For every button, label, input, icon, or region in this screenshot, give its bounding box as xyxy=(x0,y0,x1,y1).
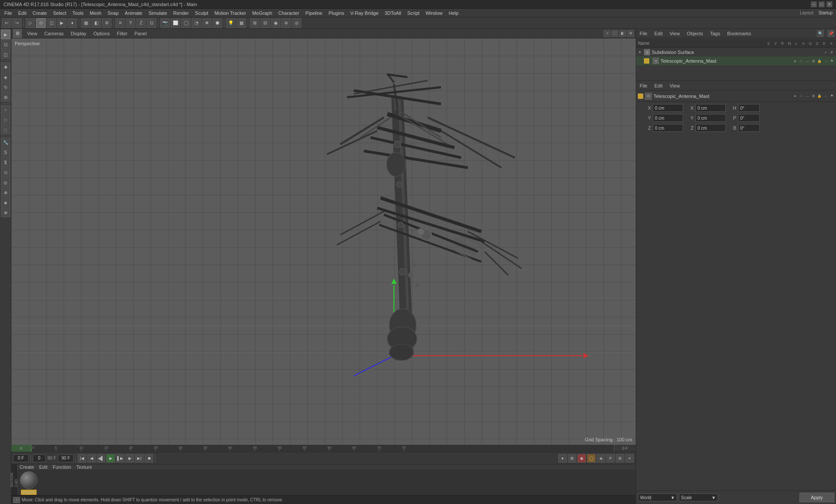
y-size-input[interactable] xyxy=(695,114,726,122)
maximize-button[interactable]: □ xyxy=(819,1,825,7)
menu-3dtoall[interactable]: 3DToAll xyxy=(382,9,404,17)
menu-motion-tracker[interactable]: Motion Tracker xyxy=(212,9,249,17)
minimize-button[interactable]: ─ xyxy=(811,1,817,7)
tool-2[interactable]: S xyxy=(1,148,10,157)
render-view-btn[interactable]: ◧ xyxy=(91,18,101,28)
close-button[interactable]: ✕ xyxy=(826,1,833,7)
play-btn[interactable]: ▶ xyxy=(106,454,115,463)
rotate-tool-btn[interactable]: Y xyxy=(126,18,135,28)
am-sq-btn[interactable]: □ xyxy=(799,94,804,99)
vp-fit-btn[interactable]: ⤢ xyxy=(603,30,610,37)
record-btn[interactable]: ⏺ xyxy=(145,454,153,463)
material-ball-exterior[interactable] xyxy=(20,471,37,489)
goto-end-btn[interactable]: ▶| xyxy=(135,454,144,463)
scene-mode-btn[interactable]: ◫ xyxy=(47,18,56,28)
mode-btn-4[interactable]: ◯ xyxy=(587,454,596,463)
move-tool-btn[interactable]: ✕ xyxy=(115,18,125,28)
om-menu-edit[interactable]: Edit xyxy=(653,31,664,36)
scale-btn[interactable]: ◈ xyxy=(1,72,10,82)
menu-character[interactable]: Character xyxy=(276,9,302,17)
menu-tools[interactable]: Tools xyxy=(70,9,86,17)
menu-window[interactable]: Window xyxy=(423,9,445,17)
prev-play-btn[interactable]: ◀▌ xyxy=(97,454,105,463)
om-lock-icon[interactable]: 🔒 xyxy=(817,58,822,64)
mode-btn-3[interactable]: ◉ xyxy=(577,454,586,463)
texture-tool[interactable]: ⊡ xyxy=(1,40,10,49)
camera-btn[interactable]: 📷 xyxy=(160,18,170,28)
am-arrow-btn[interactable]: ↓ xyxy=(823,94,828,99)
model-tool[interactable]: ▶ xyxy=(1,30,10,39)
vp-menu-display[interactable]: Display xyxy=(69,31,88,36)
select-all[interactable]: ○ xyxy=(1,105,10,114)
mat-menu-edit[interactable]: Edit xyxy=(38,464,49,470)
am-dash-btn[interactable]: — xyxy=(805,94,810,99)
vp-config-btn[interactable]: ⚙ xyxy=(627,30,634,37)
bg-btn[interactable]: ⬟ xyxy=(212,18,222,28)
object-mode-btn[interactable]: ⊙ xyxy=(36,18,46,28)
menu-render[interactable]: Render xyxy=(171,9,192,17)
menu-mograph[interactable]: MoGraph xyxy=(249,9,275,17)
menu-snap[interactable]: Snap xyxy=(105,9,121,17)
viewport-icon[interactable]: ⊞ xyxy=(13,29,22,38)
grid-btn[interactable]: ⊞ xyxy=(250,18,260,28)
om-dash-icon[interactable]: — xyxy=(805,58,810,64)
prev-frame-btn[interactable]: ◀ xyxy=(87,454,96,463)
area-light-btn[interactable]: ▦ xyxy=(236,18,246,28)
tool-3[interactable]: $ xyxy=(1,158,10,167)
mat-menu-function[interactable]: Function xyxy=(51,464,72,470)
z-rot-input[interactable] xyxy=(738,124,760,132)
om-grid-icon[interactable]: ⊞ xyxy=(811,58,816,64)
coord-system-dropdown[interactable]: World ▼ xyxy=(638,494,677,501)
vp-menu-view[interactable]: View xyxy=(25,31,39,36)
snapping-btn[interactable]: ⊛ xyxy=(281,18,291,28)
mode-btn-1[interactable]: ● xyxy=(558,454,567,463)
menu-simulate[interactable]: Simulate xyxy=(146,9,170,17)
am-flag-btn[interactable]: ⚑ xyxy=(829,94,834,99)
z-pos-input[interactable] xyxy=(653,124,683,132)
om-menu-view[interactable]: View xyxy=(668,31,682,36)
tool-4[interactable]: ⊙ xyxy=(1,168,10,177)
scale-mode-dropdown[interactable]: Scale ▼ xyxy=(679,494,718,501)
menu-help[interactable]: Help xyxy=(446,9,462,17)
om-dot-icon[interactable]: ● xyxy=(792,58,798,64)
next-play-btn[interactable]: ▌▶ xyxy=(116,454,125,463)
mode-btn-7[interactable]: ⊞ xyxy=(616,454,624,463)
floor-btn[interactable]: ⬜ xyxy=(171,18,180,28)
am-dot-btn[interactable]: ● xyxy=(792,94,798,99)
scale-tool-btn[interactable]: Z xyxy=(136,18,146,28)
om-search-btn[interactable]: 🔍 xyxy=(817,30,824,37)
rotate-btn[interactable]: ↻ xyxy=(1,82,10,92)
bp-uv-tool[interactable]: ◫ xyxy=(1,50,10,59)
mode-btn-6[interactable]: P xyxy=(606,454,615,463)
am-menu-edit[interactable]: Edit xyxy=(653,83,664,88)
om-expand-subdivision[interactable]: ▼ xyxy=(638,50,642,54)
menu-sculpt[interactable]: Sculpt xyxy=(192,9,211,17)
y-pos-input[interactable] xyxy=(653,114,683,122)
material-item-exterior[interactable]: exterior xyxy=(20,471,37,489)
y-rot-input[interactable] xyxy=(738,114,760,122)
tool-7[interactable]: ◈ xyxy=(1,198,10,207)
z-size-input[interactable] xyxy=(695,124,726,132)
display-btn[interactable]: ⊟ xyxy=(260,18,270,28)
transform-tool-btn[interactable]: ⊡ xyxy=(147,18,156,28)
menu-mesh[interactable]: Mesh xyxy=(87,9,104,17)
x-pos-input[interactable] xyxy=(653,104,683,112)
mat-menu-create[interactable]: Create xyxy=(18,464,35,470)
mat-menu-texture[interactable]: Texture xyxy=(75,464,93,470)
tool-8[interactable]: ⊗ xyxy=(1,208,10,217)
menu-select[interactable]: Select xyxy=(51,9,69,17)
tool-1[interactable]: 🔧 xyxy=(1,138,10,147)
viewport-3d[interactable]: Perspective xyxy=(11,38,636,445)
end-frame-input[interactable] xyxy=(58,454,74,462)
env-btn[interactable]: ◔ xyxy=(192,18,201,28)
menu-edit[interactable]: Edit xyxy=(16,9,29,17)
rect-select[interactable]: □ xyxy=(1,115,10,124)
om-x-icon[interactable]: ✗ xyxy=(829,50,834,55)
om-v-icon[interactable]: ↓ xyxy=(823,58,828,64)
x-size-input[interactable] xyxy=(695,104,726,112)
om-menu-tags[interactable]: Tags xyxy=(708,31,722,36)
vp-menu-filter[interactable]: Filter xyxy=(115,31,129,36)
lasso-select[interactable]: ◌ xyxy=(1,125,10,134)
mode-btn-8[interactable]: ≡ xyxy=(625,454,634,463)
om-menu-bookmarks[interactable]: Bookmarks xyxy=(725,31,753,36)
